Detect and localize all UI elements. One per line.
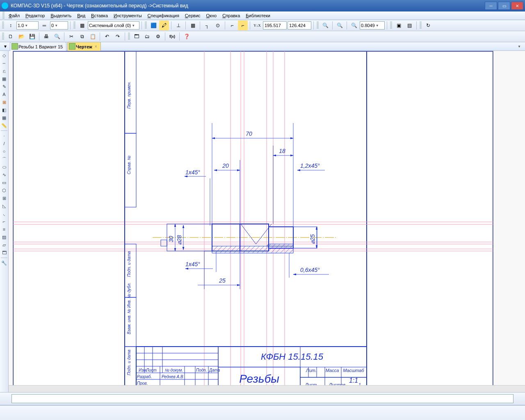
drawing-canvas[interactable]: Перв. примен. Справ. № Подп. и дата Взам…: [9, 51, 525, 392]
menu-libraries[interactable]: Библиотеки: [243, 12, 273, 19]
fx-button[interactable]: f(x): [167, 32, 177, 41]
trim-tool[interactable]: ⌐: [0, 218, 8, 225]
cut-button[interactable]: ✂: [66, 32, 76, 41]
zoom-in-button[interactable]: 🔍: [320, 21, 330, 30]
paste-button[interactable]: 📋: [88, 32, 98, 41]
chamfer-tool[interactable]: ◺: [0, 202, 8, 210]
edit-tool[interactable]: ✎: [0, 83, 8, 90]
table-tool[interactable]: ⊞: [0, 98, 8, 106]
tb-lit: Лит.: [306, 368, 317, 373]
measure-tool[interactable]: 📏: [0, 122, 8, 129]
command-input[interactable]: [11, 394, 514, 403]
highlight-button[interactable]: 🖍: [159, 21, 169, 30]
save-button[interactable]: 💾: [27, 32, 37, 41]
redo-button[interactable]: ↷: [113, 32, 123, 41]
insert-tool[interactable]: ◧: [0, 106, 8, 114]
linestyle-button[interactable]: ↕: [6, 21, 16, 30]
open-button[interactable]: 📂: [16, 32, 26, 41]
menu-bar: Файл Редактор Выделить Вид Вставка Инстр…: [0, 11, 525, 20]
tab-rezby1[interactable]: Резьбы 1 Вариант 15: [10, 42, 66, 51]
misc-tool[interactable]: 🔧: [0, 259, 8, 267]
rect-tool[interactable]: ▭: [0, 179, 8, 186]
linewidth-combo[interactable]: 1.0▼: [16, 21, 39, 30]
equid-tool[interactable]: ≡: [0, 226, 8, 233]
scrollbar-h[interactable]: [9, 385, 525, 392]
coord-x-field[interactable]: 195.517: [263, 21, 287, 30]
menu-file[interactable]: Файл: [6, 12, 22, 19]
show-all-button[interactable]: ▣: [394, 21, 404, 30]
layers-button[interactable]: ▦: [77, 21, 87, 30]
close-button[interactable]: ✕: [511, 2, 523, 10]
layer-combo[interactable]: Системный слой (0)▼: [88, 21, 139, 30]
visibility-button[interactable]: 🟦: [148, 21, 158, 30]
manager-button[interactable]: 🗂: [142, 32, 152, 41]
minimize-button[interactable]: ─: [485, 2, 497, 10]
text-tool[interactable]: A: [0, 91, 8, 98]
print-button[interactable]: 🖶: [41, 32, 51, 41]
structure-tool[interactable]: ⊞: [0, 194, 8, 202]
tabs-overflow-button[interactable]: ▼: [515, 44, 523, 49]
undo-button[interactable]: ↶: [102, 32, 112, 41]
tb-scaleh: Масштаб: [343, 368, 364, 373]
coord-xy-icon: Y↓X: [252, 21, 262, 30]
fillet-tool[interactable]: ◟: [0, 210, 8, 217]
dimension-tool[interactable]: ↔: [0, 59, 8, 67]
refresh-button[interactable]: ↻: [423, 21, 433, 30]
properties-button[interactable]: 🗔: [132, 32, 142, 41]
tab-chertezh[interactable]: Чертеж×: [67, 42, 100, 51]
zoom-out-button[interactable]: 🔍: [335, 21, 345, 30]
menu-select[interactable]: Выделить: [48, 12, 74, 19]
ortho-button[interactable]: ⊥: [173, 21, 183, 30]
params-tool[interactable]: ▦: [0, 114, 8, 121]
hatch-tool[interactable]: ▨: [0, 233, 8, 241]
workspace: ◇ ↔ ⎌ ▦ ✎ A ⊞ ◧ ▦ 📏 · / ○ ⌒ ⬭ ∿ ▭ ⬡ ⊞ ◺ …: [0, 51, 525, 392]
menu-window[interactable]: Окно: [204, 12, 219, 19]
maximize-button[interactable]: ▭: [498, 2, 510, 10]
menu-editor[interactable]: Редактор: [23, 12, 47, 19]
geometry-tool[interactable]: ◇: [0, 52, 8, 59]
view-button[interactable]: ▤: [404, 21, 414, 30]
grip-icon: [2, 22, 4, 29]
menu-insert[interactable]: Вставка: [89, 12, 110, 19]
snap-toggle-button[interactable]: ⌐: [238, 21, 248, 30]
snap-magnet-button[interactable]: ⌐: [227, 21, 237, 30]
tb-dev-name: Реднев А.В: [162, 374, 183, 379]
ellipse-tool[interactable]: ⬭: [0, 163, 8, 171]
zoom-combo[interactable]: 0.8049▼: [360, 21, 385, 30]
new-button[interactable]: 🗋: [6, 32, 16, 41]
polygon-tool[interactable]: ⬡: [0, 187, 8, 194]
menu-spec[interactable]: Спецификация: [145, 12, 182, 19]
copy-button[interactable]: ⧉: [77, 32, 87, 41]
zoom-window-button[interactable]: 🔍: [349, 21, 359, 30]
tb-name: Резьбы: [239, 372, 279, 385]
menu-help[interactable]: Справка: [220, 12, 242, 19]
symbol-tool[interactable]: ⎌: [0, 67, 8, 75]
colormap-tool[interactable]: 🗔: [0, 249, 8, 256]
tab-list-button[interactable]: ▾: [2, 41, 9, 51]
style-combo[interactable]: 0▼: [50, 21, 68, 30]
command-bar: [0, 392, 525, 405]
line-tool[interactable]: /: [0, 140, 8, 147]
side-label: Справ. №: [127, 155, 131, 174]
preview-button[interactable]: 🔍: [52, 32, 62, 41]
menu-service[interactable]: Сервис: [183, 12, 203, 19]
menu-tools[interactable]: Инструменты: [111, 12, 144, 19]
arc-tool[interactable]: ⌒: [0, 155, 8, 163]
grid-button[interactable]: ▦: [188, 21, 198, 30]
snap-90-button[interactable]: ┐: [202, 21, 212, 30]
fill-tool[interactable]: ▦: [0, 75, 8, 82]
round-button[interactable]: ⊙: [213, 21, 223, 30]
dim-d25b: ⌀25: [309, 234, 316, 244]
spline-tool[interactable]: ∿: [0, 171, 8, 178]
sheet-tool[interactable]: ▱: [0, 241, 8, 249]
menu-view[interactable]: Вид: [75, 12, 88, 19]
point-tool[interactable]: ·: [0, 132, 8, 139]
coord-y-field[interactable]: 126.424: [288, 21, 311, 30]
vars-button[interactable]: ⚙: [153, 32, 163, 41]
close-tab-icon[interactable]: ×: [95, 44, 97, 49]
help-button[interactable]: ❓: [182, 32, 192, 41]
circle-tool[interactable]: ○: [0, 148, 8, 155]
linetype-button[interactable]: ═: [39, 21, 49, 30]
toolbar-2: 🗋 📂 💾 🖶 🔍 ✂ ⧉ 📋 ↶ ↷ 🗔 🗂 ⚙ f(x) ❓: [0, 31, 525, 42]
dim-30: 30: [168, 236, 174, 242]
